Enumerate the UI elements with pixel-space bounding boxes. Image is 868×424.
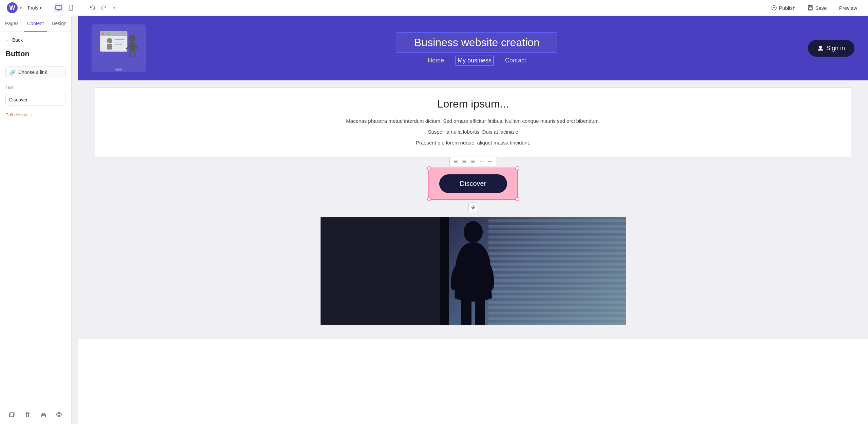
- svg-point-16: [104, 33, 107, 35]
- align-right-icon[interactable]: [469, 158, 476, 165]
- svg-rect-0: [56, 5, 62, 9]
- layers-button[interactable]: [38, 409, 49, 420]
- tab-content[interactable]: Content: [24, 16, 47, 32]
- move-icon: [471, 205, 476, 210]
- back-arrow-icon: ←: [5, 37, 10, 43]
- svg-point-4: [71, 9, 71, 10]
- svg-point-18: [107, 38, 112, 43]
- desktop-view-button[interactable]: [54, 3, 63, 13]
- history-dropdown-button[interactable]: ▾: [110, 3, 119, 13]
- resize-handle-tl[interactable]: [427, 166, 431, 170]
- save-button[interactable]: Save: [804, 3, 831, 13]
- nav-home[interactable]: Home: [428, 57, 444, 64]
- button-widget-container: ⋯ ↩ Disco: [95, 157, 851, 217]
- svg-point-17: [107, 33, 109, 35]
- tab-pages[interactable]: Pages: [0, 16, 24, 32]
- svg-point-12: [58, 413, 60, 416]
- site-header-right: Sign in: [808, 40, 854, 57]
- main-layout: Pages Content Design ← Back Button 🔗 Cho…: [0, 16, 868, 424]
- sidebar-collapse-button[interactable]: ‹: [71, 16, 78, 424]
- topbar: W ▾ Tools ▾ ▾ Publ: [0, 0, 868, 16]
- delete-button[interactable]: [22, 409, 33, 420]
- svg-rect-14: [100, 31, 127, 36]
- site-nav: Home My business Contact: [428, 57, 526, 64]
- mobile-view-button[interactable]: [66, 3, 76, 13]
- svg-line-28: [134, 51, 135, 57]
- website-preview: Business website creation Home My busine…: [78, 16, 868, 424]
- resize-handle-bl[interactable]: [427, 197, 431, 201]
- button-text-input[interactable]: [5, 94, 65, 105]
- align-left-icon[interactable]: [452, 158, 460, 165]
- sidebar-content: ← Back Button 🔗 Choose a link Text Edit …: [0, 32, 71, 405]
- svg-rect-24: [130, 42, 135, 51]
- svg-point-29: [819, 46, 822, 49]
- visibility-button[interactable]: [54, 409, 64, 420]
- logo-image: [97, 28, 141, 69]
- collapse-arrow-icon: ‹: [74, 218, 75, 222]
- site-image-placeholder: [321, 217, 626, 325]
- undo-widget-icon[interactable]: ↩: [486, 158, 494, 165]
- content-text-1: Macenas pharetra metud interdum dictum. …: [109, 117, 837, 125]
- logo-dropdown-icon[interactable]: ▾: [20, 5, 22, 10]
- sidebar-section-title: Button: [5, 50, 65, 58]
- svg-point-15: [102, 33, 104, 35]
- preview-button[interactable]: Preview: [835, 3, 861, 13]
- sidebar: Pages Content Design ← Back Button 🔗 Cho…: [0, 16, 71, 424]
- sidebar-bottom: [0, 405, 71, 424]
- back-button[interactable]: ← Back: [5, 37, 65, 43]
- content-title: Lorem ipsum...: [109, 98, 837, 110]
- duplicate-button[interactable]: [6, 409, 17, 420]
- site-logo: [92, 24, 146, 72]
- button-bottom-handle[interactable]: [468, 203, 478, 212]
- redo-button[interactable]: [99, 3, 108, 13]
- user-icon: [817, 45, 824, 51]
- person-silhouette: [436, 220, 510, 325]
- more-options-icon[interactable]: ⋯: [478, 158, 486, 165]
- nav-contact[interactable]: Contact: [505, 57, 526, 64]
- site-image-container: [95, 217, 851, 332]
- edit-design-link[interactable]: Edit design →: [5, 112, 65, 117]
- logo-icon: W: [7, 2, 18, 13]
- site-title-container: Business website creation: [397, 32, 557, 53]
- sidebar-tabs: Pages Content Design: [0, 16, 71, 32]
- svg-rect-43: [475, 298, 485, 325]
- device-switcher: [54, 3, 76, 13]
- topbar-left: W ▾ Tools ▾ ▾: [7, 2, 119, 13]
- svg-point-41: [464, 221, 483, 243]
- topbar-right: Publish Save Preview: [767, 3, 861, 13]
- site-header: Business website creation Home My busine…: [78, 16, 868, 80]
- content-text-3: Praesent p e lorem neque, aliquet massa …: [109, 139, 837, 147]
- tools-menu[interactable]: Tools ▾: [27, 5, 42, 11]
- history-controls: ▾: [88, 3, 119, 13]
- resize-handle-tr[interactable]: [515, 166, 519, 170]
- button-selection-box: Discover: [428, 168, 518, 200]
- discover-button[interactable]: Discover: [439, 174, 507, 193]
- link-icon: 🔗: [10, 70, 16, 75]
- site-title: Business website creation: [414, 36, 540, 49]
- button-selection-wrapper: ⋯ ↩ Disco: [428, 168, 518, 200]
- tools-chevron-icon: ▾: [40, 6, 42, 10]
- svg-point-23: [129, 35, 136, 41]
- svg-rect-9: [809, 8, 812, 9]
- signin-button[interactable]: Sign in: [808, 40, 854, 57]
- tab-design[interactable]: Design: [47, 16, 71, 32]
- publish-button[interactable]: Publish: [767, 3, 799, 13]
- canvas-area[interactable]: Business website creation Home My busine…: [78, 16, 868, 424]
- content-block: Lorem ipsum... Macenas pharetra metud in…: [95, 87, 851, 157]
- svg-rect-19: [107, 44, 112, 50]
- svg-line-26: [135, 45, 138, 49]
- button-toolbar: ⋯ ↩: [449, 156, 497, 167]
- undo-button[interactable]: [88, 3, 97, 13]
- svg-rect-8: [809, 5, 811, 7]
- site-content-wrapper: Lorem ipsum... Macenas pharetra metud in…: [78, 80, 868, 339]
- nav-my-business[interactable]: My business: [458, 57, 491, 64]
- logo[interactable]: W ▾: [7, 2, 22, 13]
- choose-link-button[interactable]: 🔗 Choose a link: [5, 66, 65, 78]
- dark-wall: [321, 217, 443, 325]
- text-section-label: Text: [5, 85, 65, 90]
- resize-handle-br[interactable]: [515, 197, 519, 201]
- content-text-2: Susper la nulla lobortis. Duis at lacini…: [109, 128, 837, 136]
- svg-line-27: [130, 51, 131, 57]
- site-header-center: Business website creation Home My busine…: [397, 32, 557, 64]
- align-center-icon[interactable]: [461, 158, 468, 165]
